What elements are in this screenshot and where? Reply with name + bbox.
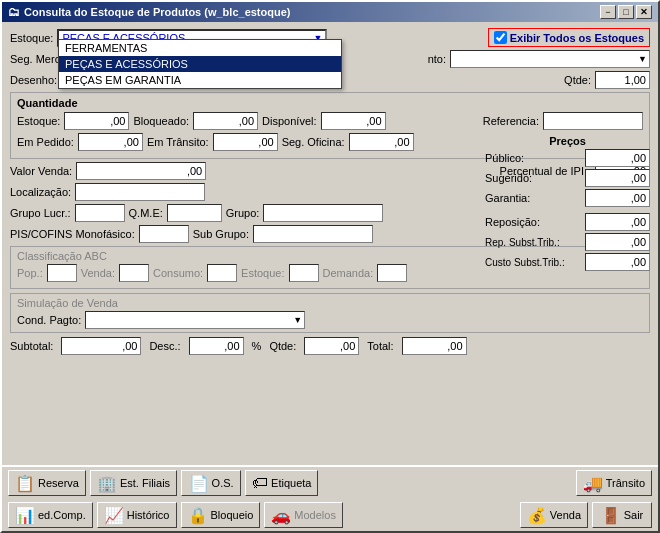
estoque-dropdown[interactable]: FERRAMENTAS PEÇAS E ACESSÓRIOS PEÇAS EM … [58, 39, 342, 89]
qme-label: Q.M.E: [129, 207, 163, 219]
reserva-icon: 📋 [15, 474, 35, 493]
est-filiais-button[interactable]: 🏢 Est. Filiais [90, 470, 177, 496]
bloqueio-button[interactable]: 🔒 Bloqueio [181, 502, 261, 528]
title-bar: 🗂 Consulta do Estoque de Produtos (w_blc… [2, 2, 658, 22]
abc-pop-input[interactable] [47, 264, 77, 282]
pis-cofins-input[interactable] [139, 225, 189, 243]
est-filiais-icon: 🏢 [97, 474, 117, 493]
cond-pagto-combobox[interactable]: ▼ [85, 311, 305, 329]
bloqueio-icon: 🔒 [188, 506, 208, 525]
rep-subst-trib-label: Rep. Subst.Trib.: [485, 237, 560, 248]
abc-estoque-label: Estoque: [241, 267, 284, 279]
close-button[interactable]: ✕ [636, 5, 652, 19]
sugerido-input[interactable]: ,00 [585, 169, 650, 187]
modelos-button[interactable]: 🚗 Modelos [264, 502, 343, 528]
historico-icon: 📈 [104, 506, 124, 525]
qme-input[interactable] [167, 204, 222, 222]
ed-comp-icon: 📊 [15, 506, 35, 525]
into-label: nto: [428, 53, 446, 65]
venda-button[interactable]: 💰 Venda [520, 502, 588, 528]
venda-icon: 💰 [527, 506, 547, 525]
sugerido-label: Sugerido: [485, 172, 532, 184]
desc-percent-suffix: % [252, 340, 262, 352]
abc-estoque-input[interactable] [289, 264, 319, 282]
localizacao-input[interactable] [75, 183, 205, 201]
qtde-label: Qtde: [564, 74, 591, 86]
main-content: Estoque: PEÇAS E ACESSÓRIOS ▼ Exibir Tod… [2, 22, 658, 435]
em-pedido-label: Em Pedido: [17, 136, 74, 148]
cond-pagto-arrow-icon[interactable]: ▼ [293, 315, 304, 325]
garantia-input[interactable]: ,00 [585, 189, 650, 207]
simulacao-section: Simulação de Venda Cond. Pagto: ▼ [10, 293, 650, 333]
referencia-label: Referencia: [483, 115, 539, 127]
estoque-label: Estoque: [10, 32, 53, 44]
etiqueta-button[interactable]: 🏷 Etiqueta [245, 470, 318, 496]
prices-panel: Preços Público: ,00 Sugerido: ,00 Garant… [485, 135, 650, 274]
simulacao-title: Simulação de Venda [17, 297, 643, 309]
em-transito-input[interactable]: ,00 [213, 133, 278, 151]
ed-comp-button[interactable]: 📊 ed.Comp. [8, 502, 93, 528]
dropdown-item-pecas-acessorios[interactable]: PEÇAS E ACESSÓRIOS [59, 56, 341, 72]
grupo-lucr-label: Grupo Lucr.: [10, 207, 71, 219]
title-bar-title: 🗂 Consulta do Estoque de Produtos (w_blc… [8, 5, 290, 19]
q-bloqueado-label: Bloqueado: [133, 115, 189, 127]
valor-venda-input[interactable]: ,00 [76, 162, 206, 180]
subtotal-input[interactable]: ,00 [61, 337, 141, 355]
grupo-lucr-input[interactable] [75, 204, 125, 222]
transito-button[interactable]: 🚚 Trânsito [576, 470, 652, 496]
os-button[interactable]: 📄 O.S. [181, 470, 241, 496]
seg-oficina-label: Seg. Oficina: [282, 136, 345, 148]
main-window: 🗂 Consulta do Estoque de Produtos (w_blc… [0, 0, 660, 533]
dropdown-item-ferramentas[interactable]: FERRAMENTAS [59, 40, 341, 56]
q-bloqueado-input[interactable]: ,00 [193, 112, 258, 130]
sub-grupo-input[interactable] [253, 225, 373, 243]
q-estoque-input[interactable]: ,00 [64, 112, 129, 130]
quantidade-title: Quantidade [17, 97, 643, 109]
seg-oficina-input[interactable]: ,00 [349, 133, 414, 151]
grupo-input[interactable] [263, 204, 383, 222]
abc-venda-input[interactable] [119, 264, 149, 282]
em-transito-label: Em Trânsito: [147, 136, 209, 148]
desc-label: Desc.: [149, 340, 180, 352]
subtotal-row: Subtotal: ,00 Desc.: ,00 % Qtde: ,00 Tot… [10, 337, 650, 355]
abc-demanda-input[interactable] [377, 264, 407, 282]
desenho-label: Desenho: [10, 74, 57, 86]
qtde-bottom-input[interactable]: ,00 [304, 337, 359, 355]
pis-cofins-label: PIS/COFINS Monofásico: [10, 228, 135, 240]
q-disponivel-input[interactable]: ,00 [321, 112, 386, 130]
reposicao-input[interactable]: ,00 [585, 213, 650, 231]
garantia-label: Garantia: [485, 192, 530, 204]
publico-input[interactable]: ,00 [585, 149, 650, 167]
em-pedido-input[interactable]: ,00 [78, 133, 143, 151]
reserva-button[interactable]: 📋 Reserva [8, 470, 86, 496]
transito-icon: 🚚 [583, 474, 603, 493]
grupo-label: Grupo: [226, 207, 260, 219]
custo-subst-trib-input[interactable]: ,00 [585, 253, 650, 271]
into-arrow-icon[interactable]: ▼ [638, 54, 649, 64]
button-row-1: 📋 Reserva 🏢 Est. Filiais 📄 O.S. 🏷 Etique… [2, 467, 658, 499]
abc-consumo-input[interactable] [207, 264, 237, 282]
sair-button[interactable]: 🚪 Sair [592, 502, 652, 528]
bottom-buttons: 📋 Reserva 🏢 Est. Filiais 📄 O.S. 🏷 Etique… [2, 465, 658, 531]
abc-venda-label: Venda: [81, 267, 115, 279]
dropdown-item-pecas-garantia[interactable]: PEÇAS EM GARANTIA [59, 72, 341, 88]
etiqueta-icon: 🏷 [252, 474, 268, 492]
qtde-input[interactable]: 1,00 [595, 71, 650, 89]
reposicao-label: Reposição: [485, 216, 540, 228]
minimize-button[interactable]: − [600, 5, 616, 19]
into-combobox[interactable]: ▼ [450, 50, 650, 68]
sub-grupo-label: Sub Grupo: [193, 228, 249, 240]
total-input[interactable]: ,00 [402, 337, 467, 355]
rep-subst-trib-input[interactable]: ,00 [585, 233, 650, 251]
maximize-button[interactable]: □ [618, 5, 634, 19]
modelos-icon: 🚗 [271, 506, 291, 525]
cond-pagto-label: Cond. Pagto: [17, 314, 81, 326]
desc-input[interactable]: ,00 [189, 337, 244, 355]
q-estoque-label: Estoque: [17, 115, 60, 127]
button-row-2: 📊 ed.Comp. 📈 Histórico 🔒 Bloqueio 🚗 Mode… [2, 499, 658, 531]
exibir-todos-checkbox[interactable] [494, 31, 507, 44]
abc-demanda-label: Demanda: [323, 267, 374, 279]
localizacao-label: Localização: [10, 186, 71, 198]
referencia-input[interactable] [543, 112, 643, 130]
historico-button[interactable]: 📈 Histórico [97, 502, 177, 528]
